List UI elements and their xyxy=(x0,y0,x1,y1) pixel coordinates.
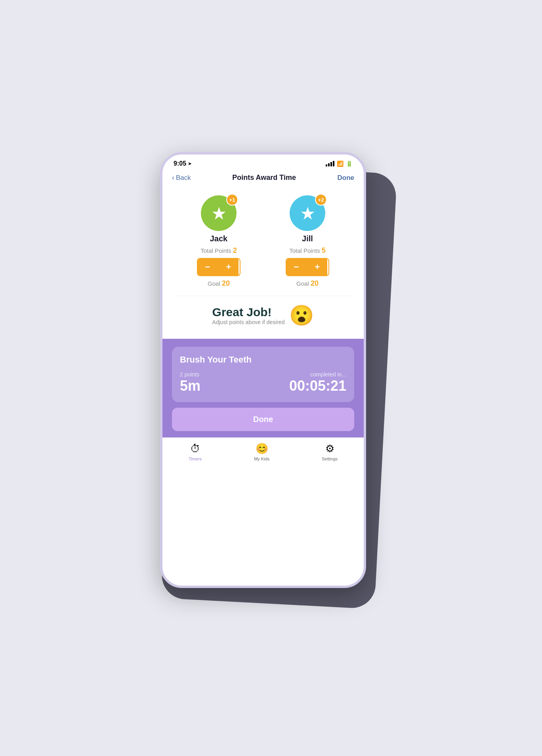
task-right: completed in... 00:05:21 xyxy=(289,371,346,394)
nav-bar: ‹ Back Points Award Time Done xyxy=(162,170,364,187)
star-icon-jack: ★ xyxy=(211,203,227,223)
page-title: Points Award Time xyxy=(232,174,296,182)
tab-settings[interactable]: ⚙ Settings xyxy=(322,443,338,461)
increment-jack[interactable]: + xyxy=(219,259,239,275)
task-left: 2 points 5m xyxy=(180,371,200,394)
main-content: ★ +1 Jack Total Points 2 − + Goal 20 xyxy=(162,187,364,339)
avatar-container-jill: ★ +2 xyxy=(290,195,325,231)
tab-timers-label: Timers xyxy=(189,456,202,461)
settings-icon: ⚙ xyxy=(325,443,334,455)
stepper-jill[interactable]: − + xyxy=(286,258,329,276)
back-button[interactable]: ‹ Back xyxy=(172,174,191,182)
decrement-jack[interactable]: − xyxy=(198,259,218,275)
wifi-icon: 📶 xyxy=(337,160,344,167)
tab-settings-label: Settings xyxy=(322,456,338,461)
phone-frame: 9:05 ➤ 📶 🔋 ‹ Back Points Award Time xyxy=(160,152,366,588)
done-button-label: Done xyxy=(253,415,273,424)
done-button[interactable]: Done xyxy=(172,408,354,431)
kids-row: ★ +1 Jack Total Points 2 − + Goal 20 xyxy=(174,195,352,288)
stepper-jack[interactable]: − + xyxy=(197,258,240,276)
bottom-section: Brush Your Teeth 2 points 5m completed i… xyxy=(162,339,364,437)
battery-icon: 🔋 xyxy=(346,160,353,167)
star-icon-jill: ★ xyxy=(300,203,315,223)
tab-timers[interactable]: ⏱ Timers xyxy=(189,443,202,461)
badge-jack: +1 xyxy=(226,194,238,206)
great-job-subtitle: Adjust points above if desired xyxy=(212,319,285,325)
increment-jill[interactable]: + xyxy=(307,259,327,275)
back-label: Back xyxy=(176,174,191,182)
status-time: 9:05 xyxy=(174,160,186,167)
location-icon: ➤ xyxy=(188,161,192,166)
great-job-section: Great Job! Adjust points above if desire… xyxy=(174,296,352,331)
task-details: 2 points 5m completed in... 00:05:21 xyxy=(180,371,346,394)
task-completed-label: completed in... xyxy=(289,371,346,378)
kid-card-jack: ★ +1 Jack Total Points 2 − + Goal 20 xyxy=(197,195,240,288)
great-job-title: Great Job! xyxy=(212,305,272,319)
badge-jill: +2 xyxy=(315,194,327,206)
chevron-left-icon: ‹ xyxy=(172,174,174,182)
total-points-jack: Total Points 2 xyxy=(200,246,237,255)
tab-mykids[interactable]: 😊 My Kids xyxy=(254,443,269,461)
great-job-text: Great Job! Adjust points above if desire… xyxy=(212,305,285,325)
decrement-jill[interactable]: − xyxy=(286,259,306,275)
signal-bars xyxy=(326,161,334,166)
tab-bar: ⏱ Timers 😊 My Kids ⚙ Settings xyxy=(162,437,364,469)
kid-name-jill: Jill xyxy=(302,234,313,243)
task-time-value: 00:05:21 xyxy=(289,378,346,394)
task-points-label: 2 points xyxy=(180,371,200,378)
task-card: Brush Your Teeth 2 points 5m completed i… xyxy=(172,347,354,402)
avatar-container-jack: ★ +1 xyxy=(201,195,237,231)
total-points-jill: Total Points 5 xyxy=(289,246,326,255)
status-bar: 9:05 ➤ 📶 🔋 xyxy=(162,155,364,170)
status-icons: 📶 🔋 xyxy=(326,160,353,167)
task-points-value: 5m xyxy=(180,378,200,394)
task-title: Brush Your Teeth xyxy=(180,355,346,365)
tab-mykids-label: My Kids xyxy=(254,456,269,461)
timers-icon: ⏱ xyxy=(190,443,200,455)
mykids-icon: 😊 xyxy=(256,443,268,455)
emoji-icon: 😮 xyxy=(289,304,314,327)
goal-jill: Goal 20 xyxy=(296,279,319,288)
nav-done-button[interactable]: Done xyxy=(337,174,354,182)
kid-name-jack: Jack xyxy=(210,234,228,243)
goal-jack: Goal 20 xyxy=(208,279,230,288)
kid-card-jill: ★ +2 Jill Total Points 5 − + Goal 20 xyxy=(286,195,329,288)
